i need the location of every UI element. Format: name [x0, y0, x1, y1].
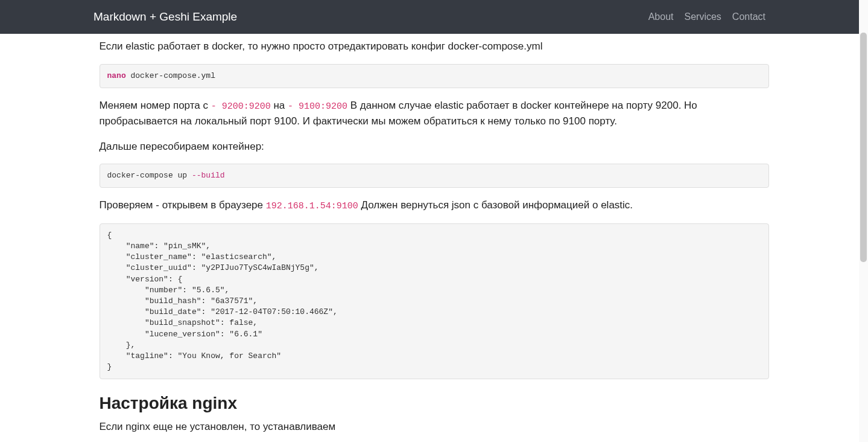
scrollbar-thumb[interactable]	[860, 33, 867, 262]
paragraph: Дальше пересобираем контейнер:	[100, 139, 769, 155]
code-text: docker-compose.yml	[126, 71, 215, 80]
code-flag: --build	[192, 171, 225, 180]
nav-link-about[interactable]: About	[648, 11, 674, 22]
paragraph: Если nginx еще не установлен, то устанав…	[100, 419, 769, 435]
inline-code: 192.168.1.54:9100	[266, 201, 358, 211]
navbar: Markdown + Geshi Example About Services …	[0, 0, 859, 34]
code-text: docker-compose up	[107, 171, 192, 180]
code-block-compose: docker-compose up --build	[100, 164, 769, 188]
nav-link-services[interactable]: Services	[685, 11, 721, 22]
inline-code: - 9100:9200	[288, 101, 347, 112]
scrollbar-track[interactable]	[859, 0, 868, 442]
text: Проверяем - открывем в браузере	[100, 199, 266, 211]
paragraph: Проверяем - открывем в браузере 192.168.…	[100, 197, 769, 214]
article-content: Если elastic работает в docker, то нужно…	[100, 0, 769, 442]
heading-nginx: Настройка nginx	[100, 394, 769, 413]
text: на	[271, 100, 288, 111]
nav-link-contact[interactable]: Contact	[732, 11, 765, 22]
text: Должен вернуться json с базовой информац…	[358, 199, 633, 211]
paragraph: Если elastic работает в docker, то нужно…	[100, 39, 769, 54]
code-block-nano: nano docker-compose.yml	[100, 64, 769, 88]
nav-links: About Services Contact	[648, 11, 765, 22]
text: Меняем номер порта с	[100, 100, 211, 111]
code-keyword: nano	[107, 71, 126, 80]
code-block-json: { "name": "pin_sMK", "cluster_name": "el…	[100, 223, 769, 379]
inline-code: - 9200:9200	[211, 101, 271, 112]
brand-title: Markdown + Geshi Example	[93, 10, 237, 24]
paragraph: Меняем номер порта с - 9200:9200 на - 91…	[100, 98, 769, 129]
